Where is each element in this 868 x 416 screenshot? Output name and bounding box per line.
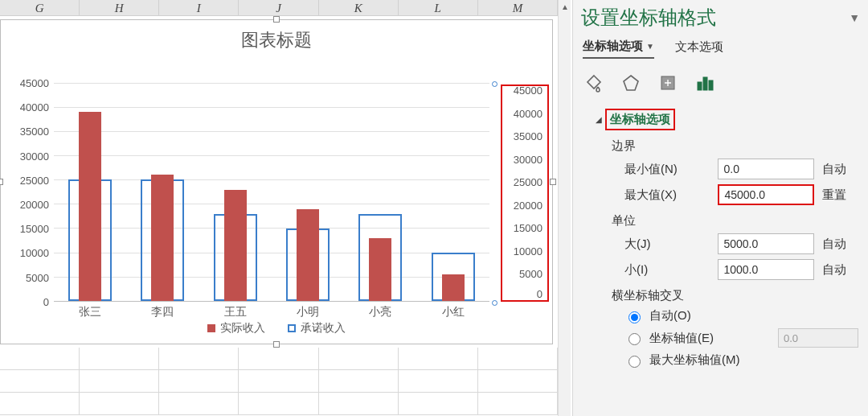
- tab-text-options[interactable]: 文本选项: [675, 39, 723, 59]
- axis-chart-icon[interactable]: [694, 72, 716, 94]
- scroll-up-icon[interactable]: ▲: [559, 0, 571, 13]
- chevron-down-icon[interactable]: ▼: [849, 11, 860, 24]
- radio-auto-input[interactable]: [628, 311, 641, 323]
- bar-group[interactable]: [54, 83, 126, 301]
- sec-tick: 40000: [514, 107, 542, 119]
- col-M[interactable]: M: [478, 0, 558, 15]
- sec-tick: 0: [537, 288, 542, 300]
- row-minor: 小(I) 自动: [624, 259, 858, 280]
- sec-tick: 5000: [519, 268, 542, 280]
- radio-max-input[interactable]: [628, 356, 641, 368]
- minor-input[interactable]: [718, 259, 814, 280]
- chart-object[interactable]: 图表标题 45000 40000 35000 30000 25000 20000…: [0, 19, 553, 344]
- bar-group[interactable]: [417, 83, 489, 301]
- sec-tick: 25000: [514, 176, 542, 188]
- bar-actual[interactable]: [151, 175, 174, 301]
- radio-auto[interactable]: 自动(O): [624, 308, 858, 323]
- resize-handle[interactable]: [273, 341, 280, 348]
- legend-item-actual[interactable]: 实际收入: [207, 321, 265, 336]
- sec-tick: 10000: [514, 245, 542, 257]
- x-cat: 张三: [54, 305, 126, 321]
- icon-row: [579, 59, 862, 101]
- svg-rect-2: [698, 82, 702, 90]
- effects-icon[interactable]: [620, 72, 642, 94]
- bar-actual[interactable]: [442, 274, 465, 301]
- resize-handle[interactable]: [273, 16, 280, 23]
- radio-value[interactable]: 坐标轴值(E): [624, 328, 858, 348]
- bar-actual[interactable]: [224, 190, 247, 302]
- major-auto-button[interactable]: 自动: [822, 237, 858, 252]
- axis-anchor[interactable]: [492, 300, 497, 306]
- radio-value-input[interactable]: [628, 333, 641, 345]
- major-label: 大(J): [624, 237, 710, 252]
- col-L[interactable]: L: [399, 0, 478, 15]
- primary-y-axis[interactable]: 45000 40000 35000 30000 25000 20000 1500…: [9, 83, 51, 302]
- radio-max[interactable]: 最大坐标轴值(M): [624, 352, 858, 368]
- max-label: 最大值(X): [624, 187, 710, 203]
- min-auto-button[interactable]: 自动: [822, 162, 858, 177]
- legend-swatch-actual: [207, 324, 215, 332]
- col-K[interactable]: K: [319, 0, 399, 15]
- chart-title[interactable]: 图表标题: [1, 28, 552, 52]
- bar-group[interactable]: [344, 83, 416, 301]
- format-axis-panel: 设置坐标轴格式 ▼ 坐标轴选项 ▼ 文本选项 ◢ 坐标轴选项: [572, 0, 868, 416]
- max-reset-button[interactable]: 重置: [822, 187, 858, 203]
- svg-marker-0: [624, 76, 638, 90]
- column-headers: G H I J K L M: [0, 0, 558, 16]
- legend-swatch-promise: [288, 324, 296, 332]
- x-cat: 李四: [126, 305, 199, 321]
- svg-rect-3: [703, 77, 707, 90]
- sheet-grid[interactable]: [0, 348, 558, 416]
- section-axis-options: ◢ 坐标轴选项 边界 最小值(N) 自动 最大值(X) 重置 单位 大(J) 自…: [579, 101, 862, 376]
- bars: [54, 83, 489, 301]
- max-input[interactable]: [718, 184, 814, 205]
- bar-group[interactable]: [126, 83, 199, 301]
- row-min: 最小值(N) 自动: [624, 159, 858, 179]
- minor-auto-button[interactable]: 自动: [822, 262, 858, 278]
- collapse-triangle-icon[interactable]: ◢: [596, 115, 602, 124]
- y-tick: 5000: [26, 271, 49, 283]
- size-icon[interactable]: [657, 72, 679, 94]
- y-tick: 35000: [20, 126, 49, 138]
- min-input[interactable]: [718, 159, 814, 179]
- resize-handle[interactable]: [550, 179, 556, 185]
- plot: [54, 83, 489, 302]
- row-max: 最大值(X) 重置: [624, 184, 858, 205]
- bounds-heading: 边界: [612, 138, 858, 154]
- legend-label: 实际收入: [220, 321, 265, 336]
- x-axis[interactable]: 张三 李四 王五 小明 小亮 小红: [54, 305, 489, 321]
- x-cat: 小红: [417, 305, 489, 321]
- bar-actual[interactable]: [369, 238, 391, 301]
- col-I[interactable]: I: [159, 0, 239, 15]
- bar-actual[interactable]: [297, 209, 319, 301]
- major-input[interactable]: [718, 233, 814, 254]
- minor-label: 小(I): [624, 262, 710, 278]
- chevron-down-icon: ▼: [646, 42, 654, 51]
- y-tick: 10000: [20, 247, 49, 259]
- fill-icon[interactable]: [583, 72, 605, 94]
- bar-actual[interactable]: [79, 112, 101, 301]
- plot-area[interactable]: 45000 40000 35000 30000 25000 20000 1500…: [9, 83, 489, 302]
- legend-item-promise[interactable]: 承诺收入: [288, 321, 346, 336]
- svg-rect-4: [709, 80, 713, 90]
- col-J[interactable]: J: [239, 0, 318, 15]
- col-G[interactable]: G: [0, 0, 80, 15]
- resize-handle[interactable]: [0, 179, 3, 185]
- min-label: 最小值(N): [624, 162, 710, 177]
- tab-axis-options[interactable]: 坐标轴选项 ▼: [583, 39, 654, 59]
- x-cat: 小亮: [344, 305, 416, 321]
- col-H[interactable]: H: [80, 0, 159, 15]
- vertical-scrollbar[interactable]: ▲: [558, 0, 571, 416]
- bar-group[interactable]: [199, 83, 272, 301]
- y-tick: 25000: [20, 174, 49, 186]
- legend-label: 承诺收入: [301, 321, 346, 336]
- sec-tick: 30000: [514, 153, 542, 165]
- secondary-y-axis[interactable]: 45000 40000 35000 30000 25000 20000 1500…: [501, 84, 549, 302]
- bar-group[interactable]: [272, 83, 344, 301]
- axis-options-heading[interactable]: 坐标轴选项: [605, 109, 675, 130]
- legend[interactable]: 实际收入 承诺收入: [1, 321, 552, 336]
- y-tick: 0: [43, 296, 49, 308]
- y-tick: 40000: [20, 101, 49, 113]
- sec-tick: 15000: [514, 222, 542, 234]
- axis-anchor[interactable]: [492, 81, 497, 87]
